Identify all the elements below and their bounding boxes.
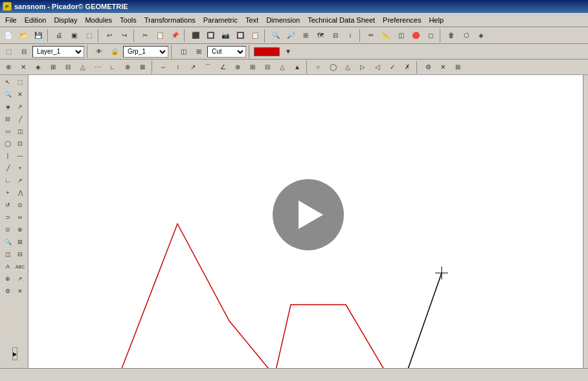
open-button[interactable]: 📂	[16, 28, 30, 43]
grp-btn1[interactable]: ◫	[176, 45, 190, 59]
extra-btn9[interactable]: ✕	[436, 60, 450, 74]
lt-btn-14b[interactable]: ⊞	[14, 236, 26, 248]
menu-text[interactable]: Text	[242, 15, 262, 25]
extra-btn4[interactable]: ▷	[356, 60, 370, 74]
extra-btn10[interactable]: ⊞	[451, 60, 465, 74]
save-button[interactable]: 💾	[31, 28, 45, 43]
lt-btn-16a[interactable]: A	[2, 261, 14, 272]
extra-btn2[interactable]: ◯	[326, 60, 340, 74]
tb-btn-21[interactable]: 📐	[379, 28, 393, 43]
vertical-scrollbar[interactable]	[583, 75, 588, 368]
menu-modules[interactable]: Modules	[81, 15, 116, 25]
lt-btn-9b[interactable]: ↗	[14, 175, 26, 186]
new-button[interactable]: 📄	[1, 28, 16, 43]
snap-btn4[interactable]: ⊞	[46, 60, 60, 74]
tb-btn-20[interactable]: ✏	[364, 28, 378, 43]
tb-btn-10[interactable]: 🔲	[203, 28, 218, 43]
copy-button[interactable]: 📋	[153, 28, 167, 43]
extra-btn7[interactable]: ✗	[400, 60, 414, 74]
menu-display[interactable]: Display	[50, 15, 81, 25]
snap-btn7[interactable]: ⋯	[91, 60, 105, 74]
linestyle-select[interactable]: Cut	[207, 46, 246, 58]
extra-btn3[interactable]: △	[341, 60, 355, 74]
lt-btn-14a[interactable]: 🔍	[2, 236, 14, 248]
dim-btn10[interactable]: ▲	[290, 60, 304, 74]
lt-btn-12b[interactable]: ∞	[14, 212, 26, 223]
lt-btn-10b[interactable]: ⋀	[14, 187, 26, 199]
undo-button[interactable]: ↩	[102, 28, 117, 43]
snap-btn1[interactable]: ⊕	[1, 60, 16, 74]
lt-btn-6b[interactable]: ⊡	[14, 138, 26, 149]
tb-btn-18[interactable]: ⊟	[328, 28, 343, 43]
lt-btn-4a[interactable]: ⊟	[2, 113, 14, 125]
lt-btn-5a[interactable]: ▭	[2, 125, 14, 137]
dim-btn7[interactable]: ⊞	[245, 60, 260, 74]
lt-btn-18b[interactable]: ✕	[14, 285, 26, 297]
play-button[interactable]	[273, 179, 344, 250]
zoom-tool[interactable]: 🔍	[2, 89, 14, 100]
menu-parametric[interactable]: Parametric	[199, 15, 242, 25]
tb-btn-17[interactable]: 🗺	[313, 28, 328, 43]
print-button[interactable]: 🖨	[52, 28, 66, 43]
tb-btn-13[interactable]: 📋	[248, 28, 262, 43]
tb-btn-5[interactable]: ▣	[67, 28, 81, 43]
tb-btn-24[interactable]: ◻	[424, 28, 438, 43]
tb-btn-11[interactable]: 📷	[218, 28, 232, 43]
tb-btn-9[interactable]: ⬛	[188, 28, 203, 43]
select-tool2[interactable]: ⬚	[14, 76, 26, 88]
lt-btn-9a[interactable]: ∟	[2, 175, 14, 186]
layer-select[interactable]: Layer_1	[32, 46, 84, 58]
lt-btn-3b[interactable]: ↗	[14, 101, 26, 113]
tb-btn-15[interactable]: 🔎	[284, 28, 298, 43]
lt-btn-7a[interactable]: |	[2, 150, 14, 162]
dim-btn3[interactable]: ↗	[186, 60, 200, 74]
snap-btn3[interactable]: ◈	[31, 60, 45, 74]
lt-btn-6a[interactable]: ◯	[2, 138, 14, 149]
extra-btn6[interactable]: ✓	[385, 60, 400, 74]
lt-btn-17a[interactable]: ⊕	[2, 273, 14, 285]
lt-btn-8b[interactable]: +	[14, 162, 26, 174]
tb-btn-26[interactable]: ⬡	[459, 28, 473, 43]
lt-btn-15b[interactable]: ⊟	[14, 248, 26, 260]
extra-btn8[interactable]: ⚙	[421, 60, 435, 74]
snap-btn8[interactable]: ∟	[106, 60, 120, 74]
dim-btn8[interactable]: ⊟	[260, 60, 275, 74]
lt-btn-13b[interactable]: ⊕	[14, 224, 26, 235]
menu-transformations[interactable]: Transformations	[141, 15, 199, 25]
menu-file[interactable]: File	[1, 15, 21, 25]
dim-btn9[interactable]: △	[275, 60, 289, 74]
cut-button[interactable]: ✂	[138, 28, 152, 43]
redo-button[interactable]: ↪	[117, 28, 131, 43]
tb-btn-19[interactable]: ↕	[343, 28, 357, 43]
tb-btn-27[interactable]: ◈	[474, 28, 488, 43]
lt-btn-3a[interactable]: ◈	[2, 101, 14, 113]
lt-btn-17b[interactable]: ↗	[14, 273, 26, 285]
snap-btn9[interactable]: ⊕	[120, 60, 135, 74]
snap-btn2[interactable]: ✕	[16, 60, 30, 74]
lt-btn-15a[interactable]: ◫	[2, 248, 14, 260]
canvas-area[interactable]	[28, 75, 588, 368]
lt-btn-11a[interactable]: ↺	[2, 199, 14, 211]
zoom-tool2[interactable]: ✕	[14, 89, 26, 100]
lt-btn-16b[interactable]: ABC	[14, 261, 26, 272]
tb-btn-23[interactable]: 🔴	[409, 28, 423, 43]
snap-btn5[interactable]: ⊟	[61, 60, 75, 74]
group-select[interactable]: Grp_1	[123, 46, 168, 58]
layer-btn2[interactable]: ⊟	[17, 45, 31, 59]
tb-btn-14[interactable]: 🔍	[269, 28, 283, 43]
menu-help[interactable]: Help	[425, 15, 447, 25]
grp-btn2[interactable]: ⊞	[192, 45, 206, 59]
dim-btn5[interactable]: ∠	[216, 60, 230, 74]
dim-btn2[interactable]: ↕	[171, 60, 185, 74]
menu-dimension[interactable]: Dimension	[262, 15, 304, 25]
tb-btn-16[interactable]: ⊞	[299, 28, 313, 43]
lt-btn-11b[interactable]: ⊙	[14, 199, 26, 211]
menu-preferences[interactable]: Preferences	[379, 15, 425, 25]
ls-btn2[interactable]: ▼	[281, 45, 295, 59]
menu-tools[interactable]: Tools	[116, 15, 141, 25]
layer-icon-btn[interactable]: ⬚	[1, 45, 16, 59]
snap-btn10[interactable]: ⊠	[135, 60, 150, 74]
extra-btn5[interactable]: ◁	[370, 60, 385, 74]
lt-btn-18a[interactable]: ⚙	[2, 285, 14, 297]
snap-btn6[interactable]: △	[76, 60, 90, 74]
